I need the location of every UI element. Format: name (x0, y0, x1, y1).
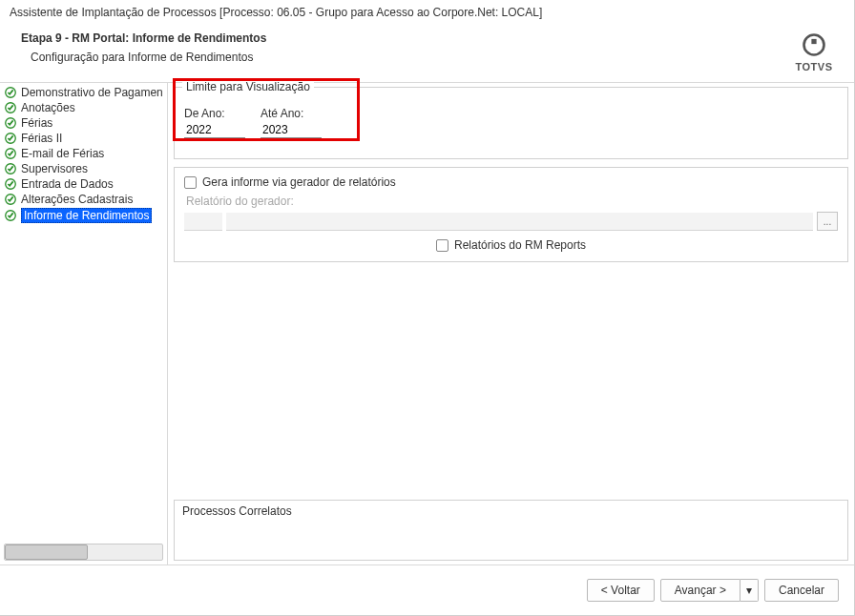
limit-legend: Limite para Visualização (182, 80, 314, 93)
sidebar-item-label: Informe de Rendimentos (21, 208, 152, 223)
from-year-input[interactable] (184, 122, 245, 138)
svg-point-0 (804, 35, 824, 55)
page-subtitle: Configuração para Informe de Rendimentos (31, 51, 787, 64)
report-name-input[interactable] (226, 213, 813, 231)
rm-reports-checkbox[interactable] (436, 239, 448, 252)
check-icon (4, 101, 17, 114)
sidebar-item-8[interactable]: Informe de Rendimentos (0, 207, 167, 224)
processos-correlatos-panel: Processos Correlatos (174, 500, 848, 561)
svg-rect-1 (811, 39, 816, 44)
sidebar-item-5[interactable]: Supervisores (0, 161, 167, 176)
check-icon (4, 132, 17, 145)
generator-field-label: Relatório do gerador: (186, 195, 838, 208)
processos-correlatos-label: Processos Correlatos (182, 504, 292, 518)
back-button[interactable]: < Voltar (587, 579, 655, 602)
generator-checkbox-label: Gera informe via gerador de relatórios (202, 175, 396, 189)
sidebar-horizontal-scrollbar[interactable] (4, 544, 163, 561)
report-code-input[interactable] (184, 213, 222, 231)
header: Etapa 9 - RM Portal: Informe de Rendimen… (0, 24, 854, 82)
sidebar-item-label: Férias (21, 116, 52, 130)
to-year-label: Até Ano: (261, 107, 322, 120)
sidebar-item-label: Entrada de Dados (21, 177, 114, 191)
check-icon (4, 209, 17, 222)
brand-logo: TOTVS (787, 31, 841, 72)
next-button[interactable]: Avançar > (660, 579, 740, 602)
limit-groupbox: Limite para Visualização De Ano: Até Ano… (174, 87, 848, 159)
steps-sidebar: Demonstrativo de PagamenAnotaçõesFériasF… (0, 83, 168, 565)
from-year-label: De Ano: (184, 107, 245, 120)
page-title: Etapa 9 - RM Portal: Informe de Rendimen… (21, 31, 787, 45)
sidebar-item-label: Demonstrativo de Pagamen (21, 86, 163, 99)
chevron-down-icon: ▾ (746, 584, 752, 597)
sidebar-item-label: Supervisores (21, 162, 88, 175)
check-icon (4, 193, 17, 206)
sidebar-item-4[interactable]: E-mail de Férias (0, 146, 167, 161)
sidebar-item-3[interactable]: Férias II (0, 131, 167, 146)
rm-reports-checkbox-label: Relatórios do RM Reports (454, 238, 586, 252)
check-icon (4, 177, 17, 191)
totvs-logo-icon (801, 31, 827, 58)
to-year-input[interactable] (261, 122, 322, 138)
sidebar-item-0[interactable]: Demonstrativo de Pagamen (0, 85, 167, 100)
check-icon (4, 86, 17, 99)
sidebar-item-label: E-mail de Férias (21, 147, 104, 160)
check-icon (4, 147, 17, 160)
sidebar-item-label: Anotações (21, 101, 75, 114)
window-title: Assistente de Implantação de Processos [… (0, 0, 854, 24)
sidebar-item-7[interactable]: Alterações Cadastrais (0, 192, 167, 207)
browse-report-button[interactable]: ... (817, 212, 838, 231)
generator-groupbox: Gera informe via gerador de relatórios R… (174, 167, 848, 262)
generator-checkbox[interactable] (184, 176, 197, 189)
sidebar-item-1[interactable]: Anotações (0, 100, 167, 115)
sidebar-item-label: Férias II (21, 132, 62, 145)
sidebar-item-2[interactable]: Férias (0, 115, 167, 131)
sidebar-item-label: Alterações Cadastrais (21, 193, 133, 206)
cancel-button[interactable]: Cancelar (764, 579, 839, 602)
wizard-footer: < Voltar Avançar > ▾ Cancelar (0, 565, 854, 615)
sidebar-item-6[interactable]: Entrada de Dados (0, 176, 167, 192)
check-icon (4, 162, 17, 175)
next-dropdown-button[interactable]: ▾ (740, 579, 759, 602)
check-icon (4, 116, 17, 130)
